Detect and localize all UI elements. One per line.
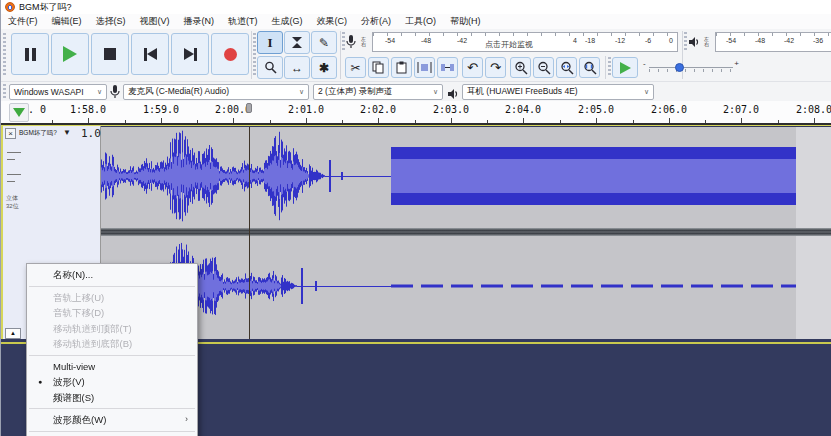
record-icon [224, 48, 237, 61]
record-button[interactable] [211, 33, 249, 75]
time-shift-tool-button[interactable]: ↔ [284, 56, 310, 79]
menu-tracks[interactable]: 轨道(T) [221, 15, 265, 28]
gain-slider-fragment[interactable] [7, 152, 21, 153]
play-meter-speaker-icon[interactable] [688, 32, 703, 52]
menu-select[interactable]: 选择(S) [89, 15, 133, 28]
cut-button[interactable]: ✂ [345, 57, 366, 78]
trim-audio-button[interactable] [414, 57, 435, 78]
menu-item-wave-color[interactable]: 波形颜色(W) › [27, 412, 197, 428]
copy-icon [372, 61, 385, 74]
menu-item-waveform[interactable]: ● 波形(V) [27, 374, 197, 390]
audio-host-select[interactable]: Windows WASAPI ∨ [9, 84, 107, 100]
menu-help[interactable]: 帮助(H) [443, 15, 488, 28]
selection-tool-icon: I [267, 35, 272, 51]
recording-channels-select[interactable]: 2 (立体声) 录制声道 ∨ [313, 84, 443, 100]
play-at-speed-icon [620, 62, 631, 74]
track-collapse-button[interactable]: ▲ [5, 328, 21, 339]
multi-tool-icon: ✱ [319, 62, 329, 74]
playback-meter-grip[interactable] [684, 32, 687, 52]
meter-monitor-message[interactable]: 点击开始监视 [485, 39, 533, 50]
playhead-pin[interactable] [246, 103, 252, 113]
redo-icon: ↷ [490, 61, 501, 74]
pause-button[interactable] [11, 33, 49, 75]
submenu-arrow-icon: › [185, 412, 188, 428]
toolbar-dock: I ✎ ↔ ✱ 左右 -54 -48 -42 点击开始监视 [1, 29, 831, 81]
tools-toolbar-grip[interactable] [253, 33, 256, 77]
zoom-in-button[interactable] [510, 57, 531, 78]
draw-tool-button[interactable]: ✎ [311, 31, 337, 54]
menu-item-name[interactable]: 名称(N)... [27, 267, 197, 283]
zoom-tool-button[interactable] [257, 56, 283, 79]
track-name-label[interactable]: BGM坏了吗? [19, 129, 57, 138]
play-at-speed-button[interactable] [612, 57, 638, 78]
paste-icon [395, 61, 408, 74]
track-rate-label: 32位 [6, 202, 19, 211]
channel-separator[interactable] [101, 228, 831, 236]
pan-slider-fragment[interactable] [7, 174, 21, 175]
play-at-speed-grip[interactable] [608, 57, 611, 77]
timeline-ruler[interactable]: . 0 1:58.0 1:59.0 2:00.0 2:01.0 2:02.0 2… [1, 101, 831, 125]
menu-tools[interactable]: 工具(O) [398, 15, 443, 28]
silence-audio-button[interactable] [437, 57, 458, 78]
device-toolbar: Windows WASAPI ∨ 麦克风 (C-Media(R) Audio) … [1, 81, 831, 102]
audacity-logo-icon [5, 2, 15, 12]
menu-item-spectrogram[interactable]: 频谱图(S) [27, 390, 197, 406]
menu-analyze[interactable]: 分析(A) [354, 15, 398, 28]
menu-item-move-up: 音轨上移(U) [27, 290, 197, 306]
playback-device-select[interactable]: 耳机 (HUAWEI FreeBuds 4E) ∨ [462, 84, 654, 100]
menu-file[interactable]: 文件(F) [1, 15, 45, 28]
play-icon [63, 46, 77, 62]
recording-meter-grip[interactable] [342, 32, 345, 52]
skip-end-icon [184, 48, 197, 61]
menu-generate[interactable]: 生成(G) [265, 15, 310, 28]
draw-tool-icon: ✎ [319, 37, 329, 49]
recording-device-select[interactable]: 麦克风 (C-Media(R) Audio) ∨ [123, 84, 309, 100]
fit-selection-button[interactable] [556, 57, 577, 78]
menu-item-move-top: 移动轨道到顶部(T) [27, 321, 197, 337]
transport-toolbar-grip[interactable] [3, 33, 6, 77]
speed-slider-thumb[interactable] [675, 63, 684, 72]
pan-slider-fragment[interactable] [7, 181, 15, 182]
menu-edit[interactable]: 编辑(E) [45, 15, 89, 28]
record-meter-channel-labels: 左右 [361, 32, 366, 52]
timeline-pin-icon [13, 108, 25, 117]
multi-tool-button[interactable]: ✱ [311, 56, 337, 79]
stop-button[interactable] [91, 33, 129, 75]
recording-meter[interactable]: -54 -48 -42 点击开始监视 4 -18 -12 -6 0 [372, 32, 678, 52]
zoom-out-button[interactable] [533, 57, 554, 78]
menu-transport[interactable]: 播录(N) [177, 15, 222, 28]
redo-button[interactable]: ↷ [485, 57, 506, 78]
menu-item-move-down: 音轨下移(D) [27, 305, 197, 321]
timeline-options-button[interactable] [9, 103, 29, 122]
menu-effect[interactable]: 效果(C) [310, 15, 355, 28]
fit-project-icon [583, 61, 597, 75]
chevron-down-icon: ∨ [640, 88, 649, 96]
fit-selection-icon [560, 61, 574, 75]
skip-to-start-button[interactable] [131, 33, 169, 75]
menu-bar: 文件(F) 编辑(E) 选择(S) 视图(V) 播录(N) 轨道(T) 生成(G… [1, 14, 831, 30]
menu-item-multi-view[interactable]: Multi-view [27, 359, 197, 375]
undo-button[interactable]: ↶ [462, 57, 483, 78]
play-button[interactable] [51, 33, 89, 75]
zoom-out-icon [537, 61, 551, 75]
paste-button[interactable] [391, 57, 412, 78]
vertical-ruler-top-label: 1.0 [81, 127, 101, 140]
window-title: BGM坏了吗? [19, 1, 72, 14]
play-speed-slider[interactable]: - + [641, 58, 741, 76]
track-close-button[interactable]: × [5, 128, 16, 139]
copy-button[interactable] [368, 57, 389, 78]
skip-to-end-button[interactable] [171, 33, 209, 75]
playback-meter[interactable]: -54 -48 -42 -36 [715, 32, 831, 52]
selection-tool-button[interactable]: I [257, 31, 283, 54]
stop-icon [104, 48, 116, 60]
fit-project-button[interactable] [579, 57, 600, 78]
track-canvas-area[interactable]: × BGM坏了吗? ▼ 1.0 立体 32位 ▲ 名称(N)... 音轨上移(U… [1, 125, 831, 436]
device-toolbar-grip[interactable] [3, 84, 6, 100]
gain-slider-fragment[interactable] [7, 159, 15, 160]
record-meter-mic-icon[interactable] [346, 32, 360, 52]
track-menu-button[interactable]: ▼ [63, 128, 71, 137]
chevron-down-icon: ∨ [295, 88, 304, 96]
trim-audio-icon [417, 61, 432, 74]
envelope-tool-button[interactable] [284, 31, 310, 54]
menu-view[interactable]: 视图(V) [133, 15, 177, 28]
